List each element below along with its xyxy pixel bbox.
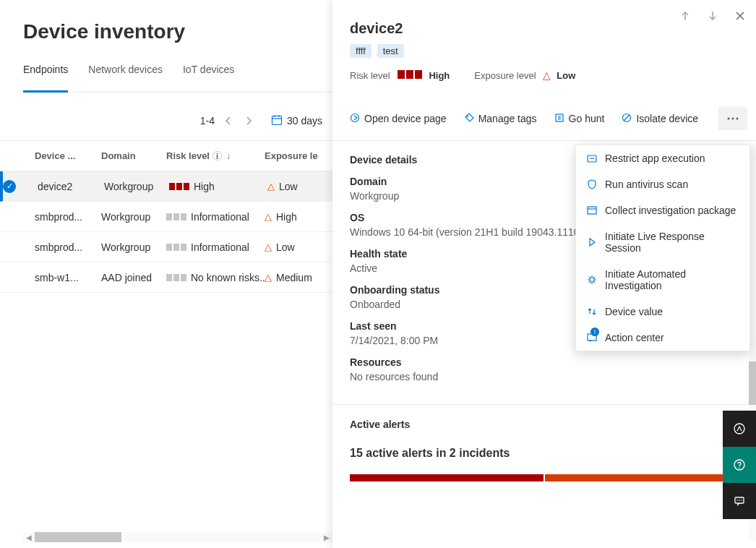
tab-endpoints[interactable]: Endpoints bbox=[23, 64, 68, 93]
tab-label: Endpoints bbox=[23, 64, 68, 75]
active-alerts-header[interactable]: Active alerts ︿ bbox=[350, 418, 739, 431]
col-device[interactable]: Device ... bbox=[35, 150, 101, 161]
tabs: Endpoints Network devices IoT devices bbox=[23, 64, 332, 93]
close-icon bbox=[734, 10, 746, 22]
device-table: Device ... Domain Risk leveli↓ Exposure … bbox=[0, 140, 332, 293]
cell-risk: No known risks.. bbox=[166, 272, 265, 283]
cell-risk: Informational bbox=[166, 241, 265, 253]
resources-value: No resources found bbox=[350, 371, 739, 382]
arrow-down-icon bbox=[707, 10, 718, 22]
svg-rect-13 bbox=[588, 207, 596, 214]
risk-level-label: Risk level bbox=[350, 70, 390, 81]
table-row[interactable]: smb-w1... AAD joined No known risks.. △M… bbox=[0, 262, 332, 293]
device-details-flyout: device2 ffff test Risk level High Exposu… bbox=[332, 0, 756, 548]
restrict-app-execution-item[interactable]: Restrict app execution bbox=[576, 145, 749, 171]
svg-point-22 bbox=[741, 500, 742, 501]
next-page-button[interactable] bbox=[241, 113, 257, 129]
sort-arrow-icon: ↓ bbox=[226, 151, 231, 161]
svg-rect-0 bbox=[272, 116, 281, 124]
scroll-thumb[interactable] bbox=[35, 532, 121, 542]
more-icon bbox=[727, 117, 739, 120]
svg-point-9 bbox=[728, 118, 730, 120]
tag[interactable]: test bbox=[377, 44, 404, 58]
prev-item-button[interactable] bbox=[675, 6, 695, 26]
isolate-device-button[interactable]: Isolate device bbox=[622, 113, 698, 125]
check-icon: ✓ bbox=[3, 180, 16, 193]
warning-icon: △ bbox=[265, 211, 272, 222]
col-risk[interactable]: Risk leveli↓ bbox=[166, 150, 265, 161]
prev-page-button[interactable] bbox=[220, 113, 236, 129]
cell-device: smb-w1... bbox=[35, 272, 101, 283]
more-actions-button[interactable] bbox=[718, 107, 747, 130]
calendar-icon bbox=[271, 114, 283, 128]
active-alerts-title: Active alerts bbox=[350, 419, 410, 430]
cell-device: smbprod... bbox=[35, 241, 101, 253]
svg-line-8 bbox=[624, 115, 630, 121]
row-select[interactable]: ✓ bbox=[3, 179, 38, 193]
exposure-level-label: Exposure level bbox=[474, 70, 536, 81]
cell-risk: High bbox=[169, 181, 267, 192]
cell-domain: Workgroup bbox=[101, 211, 166, 223]
device-value-item[interactable]: Device value bbox=[576, 299, 749, 325]
initiate-automated-investigation-item[interactable]: Initiate Automated Investigation bbox=[576, 261, 749, 299]
action-center-item[interactable]: ! Action center bbox=[576, 325, 749, 351]
scroll-left-icon[interactable]: ◀ bbox=[23, 534, 35, 541]
arrow-up-icon bbox=[679, 10, 691, 22]
horizontal-scrollbar[interactable]: ◀ ▶ bbox=[23, 532, 332, 542]
time-range-filter[interactable]: 30 days bbox=[271, 114, 322, 128]
cell-device: device2 bbox=[38, 181, 104, 192]
side-button-help[interactable] bbox=[723, 447, 756, 483]
svg-point-16 bbox=[734, 424, 744, 434]
action-bar: Open device page Manage tags Go hunt Iso… bbox=[332, 97, 756, 141]
warning-icon: △ bbox=[265, 241, 272, 252]
table-header: Device ... Domain Risk leveli↓ Exposure … bbox=[0, 141, 332, 171]
manage-tags-button[interactable]: Manage tags bbox=[464, 113, 537, 125]
close-button[interactable] bbox=[730, 6, 750, 26]
col-domain[interactable]: Domain bbox=[101, 150, 166, 161]
risk-exposure-row: Risk level High Exposure level △ Low bbox=[350, 69, 739, 81]
go-hunt-button[interactable]: Go hunt bbox=[554, 113, 605, 125]
col-exposure[interactable]: Exposure le bbox=[265, 150, 332, 161]
alerts-bar-medium bbox=[545, 474, 739, 481]
help-icon bbox=[733, 458, 746, 471]
table-row[interactable]: smbprod... Workgroup Informational △High bbox=[0, 202, 332, 232]
collect-investigation-package-item[interactable]: Collect investigation package bbox=[576, 197, 749, 223]
run-antivirus-scan-item[interactable]: Run antivirus scan bbox=[576, 171, 749, 197]
warning-icon: △ bbox=[265, 272, 272, 283]
notification-badge: ! bbox=[590, 327, 599, 336]
cell-exposure: △High bbox=[265, 211, 332, 223]
initiate-live-response-item[interactable]: Initiate Live Response Session bbox=[576, 223, 749, 261]
warning-icon: △ bbox=[543, 69, 551, 81]
table-row[interactable]: smbprod... Workgroup Informational △Low bbox=[0, 232, 332, 262]
risk-bars-icon bbox=[398, 70, 422, 79]
package-icon bbox=[586, 205, 598, 216]
tab-label: Network devices bbox=[88, 64, 163, 75]
feedback-icon bbox=[733, 495, 746, 508]
flyout-controls bbox=[675, 6, 750, 26]
isolate-icon bbox=[622, 113, 632, 125]
tab-iot-devices[interactable]: IoT devices bbox=[183, 64, 234, 93]
risk-bars-icon bbox=[166, 213, 186, 221]
side-button-feedback[interactable] bbox=[723, 483, 756, 519]
page-title: Device inventory bbox=[23, 20, 332, 43]
restrict-icon bbox=[586, 153, 598, 164]
alerts-bar-high bbox=[350, 474, 544, 481]
cell-exposure: △Low bbox=[265, 241, 332, 253]
tag-icon bbox=[464, 113, 474, 125]
cell-domain: Workgroup bbox=[104, 181, 169, 192]
side-button-1[interactable] bbox=[723, 411, 756, 447]
alerts-summary: 15 active alerts in 2 incidents bbox=[350, 447, 739, 460]
shield-icon bbox=[586, 179, 598, 190]
next-item-button[interactable] bbox=[703, 6, 723, 26]
resources-label: Resources bbox=[350, 356, 739, 368]
svg-point-18 bbox=[739, 468, 740, 469]
compass-icon bbox=[733, 422, 746, 435]
tag[interactable]: ffff bbox=[350, 44, 371, 58]
scroll-right-icon[interactable]: ▶ bbox=[321, 534, 332, 541]
open-device-page-button[interactable]: Open device page bbox=[350, 113, 447, 125]
scroll-thumb[interactable] bbox=[749, 361, 756, 405]
filter-bar: 1-4 30 days bbox=[0, 100, 332, 134]
risk-level-value: High bbox=[429, 70, 450, 81]
table-row[interactable]: ✓ device2 Workgroup High △Low bbox=[0, 171, 332, 202]
tab-network-devices[interactable]: Network devices bbox=[88, 64, 163, 93]
